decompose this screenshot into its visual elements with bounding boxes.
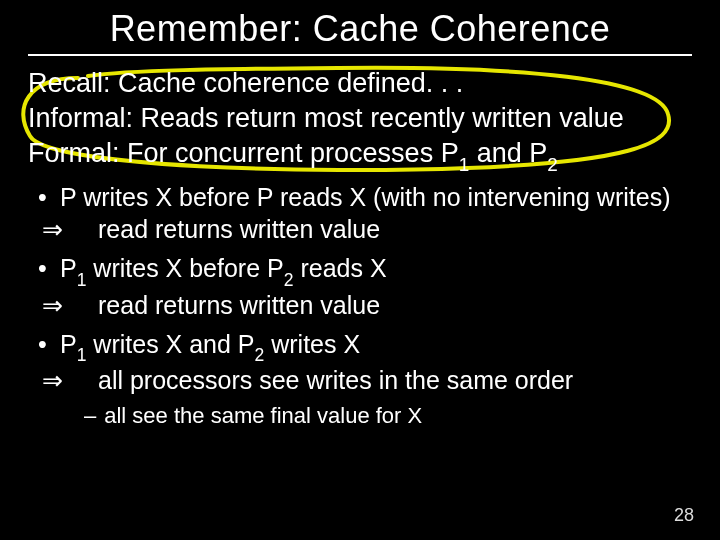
bullet-2-main: P1 writes X before P2 reads X bbox=[60, 254, 387, 282]
bullet-3-main: P1 writes X and P2 writes X bbox=[60, 330, 360, 358]
bullet-1-impl-text: read returns written value bbox=[98, 215, 380, 243]
bullet-list: P writes X before P reads X (with no int… bbox=[28, 181, 692, 397]
b3-mid2: writes X bbox=[264, 330, 360, 358]
title-underline bbox=[28, 54, 692, 56]
sub-2: 2 bbox=[547, 154, 558, 175]
recall-line: Recall: Cache coherence defined. . . bbox=[28, 66, 692, 101]
b3-mid1: writes X and P bbox=[86, 330, 254, 358]
formal-line: Formal: For concurrent processes P1 and … bbox=[28, 136, 692, 175]
b2-mid2: reads X bbox=[293, 254, 386, 282]
bullet-1-impl: ⇒read returns written value bbox=[70, 213, 692, 246]
b3-p1: P bbox=[60, 330, 77, 358]
bullet-3: P1 writes X and P2 writes X ⇒all process… bbox=[60, 328, 692, 397]
intro-block: Recall: Cache coherence defined. . . Inf… bbox=[28, 66, 692, 175]
b2-mid1: writes X before P bbox=[86, 254, 283, 282]
bullet-1-main: P writes X before P reads X (with no int… bbox=[60, 183, 670, 211]
implies-icon: ⇒ bbox=[70, 365, 98, 397]
bullet-2-impl: ⇒read returns written value bbox=[70, 289, 692, 322]
b2-s2: 2 bbox=[284, 270, 294, 290]
informal-line: Informal: Reads return most recently wri… bbox=[28, 101, 692, 136]
bullet-2-impl-text: read returns written value bbox=[98, 291, 380, 319]
implies-icon: ⇒ bbox=[70, 290, 98, 322]
slide-title: Remember: Cache Coherence bbox=[28, 8, 692, 50]
sub-dash-item: all see the same final value for X bbox=[84, 403, 692, 429]
formal-pre: Formal: For concurrent processes P bbox=[28, 138, 459, 168]
bullet-3-impl: ⇒all processors see writes in the same o… bbox=[70, 364, 692, 397]
formal-mid: and P bbox=[469, 138, 547, 168]
slide: Remember: Cache Coherence Recall: Cache … bbox=[0, 0, 720, 540]
b2-s1: 1 bbox=[77, 270, 87, 290]
bullet-3-impl-text: all processors see writes in the same or… bbox=[98, 366, 573, 394]
sub-1: 1 bbox=[459, 154, 470, 175]
b3-s1: 1 bbox=[77, 345, 87, 365]
bullet-1: P writes X before P reads X (with no int… bbox=[60, 181, 692, 246]
page-number: 28 bbox=[674, 505, 694, 526]
implies-icon: ⇒ bbox=[70, 214, 98, 246]
sub-dash-list: all see the same final value for X bbox=[28, 403, 692, 429]
b2-p1: P bbox=[60, 254, 77, 282]
b3-s2: 2 bbox=[255, 345, 265, 365]
bullet-2: P1 writes X before P2 reads X ⇒read retu… bbox=[60, 252, 692, 321]
